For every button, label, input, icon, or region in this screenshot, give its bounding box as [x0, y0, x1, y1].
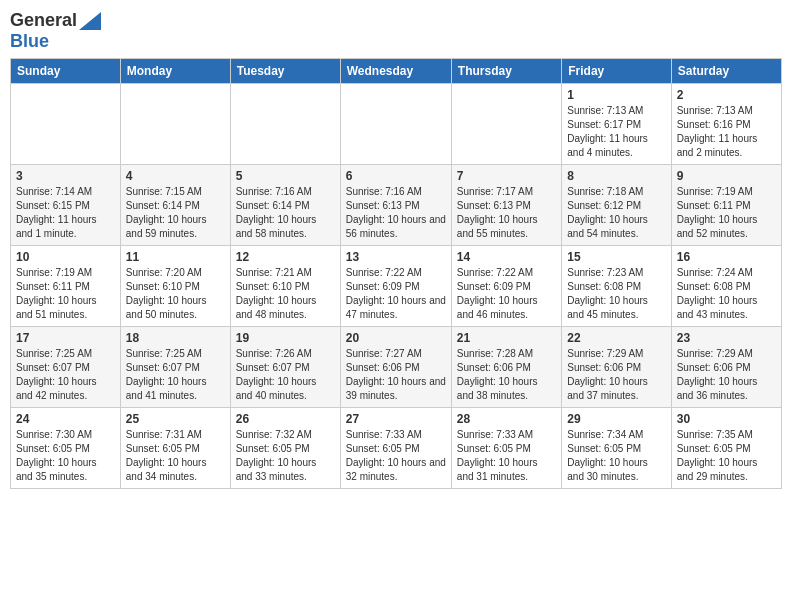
- day-number: 3: [16, 169, 115, 183]
- day-number: 26: [236, 412, 335, 426]
- calendar-week-row: 10Sunrise: 7:19 AM Sunset: 6:11 PM Dayli…: [11, 246, 782, 327]
- day-info: Sunrise: 7:25 AM Sunset: 6:07 PM Dayligh…: [126, 347, 225, 403]
- day-number: 17: [16, 331, 115, 345]
- calendar-cell: 24Sunrise: 7:30 AM Sunset: 6:05 PM Dayli…: [11, 408, 121, 489]
- logo-blue-text: Blue: [10, 31, 49, 51]
- weekday-header: Wednesday: [340, 59, 451, 84]
- calendar-cell: 5Sunrise: 7:16 AM Sunset: 6:14 PM Daylig…: [230, 165, 340, 246]
- day-info: Sunrise: 7:34 AM Sunset: 6:05 PM Dayligh…: [567, 428, 665, 484]
- day-number: 28: [457, 412, 556, 426]
- calendar-cell: 4Sunrise: 7:15 AM Sunset: 6:14 PM Daylig…: [120, 165, 230, 246]
- calendar-table: SundayMondayTuesdayWednesdayThursdayFrid…: [10, 58, 782, 489]
- weekday-header: Monday: [120, 59, 230, 84]
- day-info: Sunrise: 7:33 AM Sunset: 6:05 PM Dayligh…: [457, 428, 556, 484]
- day-number: 18: [126, 331, 225, 345]
- day-info: Sunrise: 7:22 AM Sunset: 6:09 PM Dayligh…: [457, 266, 556, 322]
- calendar-cell: [340, 84, 451, 165]
- calendar-cell: 20Sunrise: 7:27 AM Sunset: 6:06 PM Dayli…: [340, 327, 451, 408]
- calendar-cell: 3Sunrise: 7:14 AM Sunset: 6:15 PM Daylig…: [11, 165, 121, 246]
- day-number: 30: [677, 412, 776, 426]
- day-number: 22: [567, 331, 665, 345]
- day-info: Sunrise: 7:19 AM Sunset: 6:11 PM Dayligh…: [16, 266, 115, 322]
- calendar-cell: 1Sunrise: 7:13 AM Sunset: 6:17 PM Daylig…: [562, 84, 671, 165]
- calendar-cell: 12Sunrise: 7:21 AM Sunset: 6:10 PM Dayli…: [230, 246, 340, 327]
- day-number: 13: [346, 250, 446, 264]
- calendar-body: 1Sunrise: 7:13 AM Sunset: 6:17 PM Daylig…: [11, 84, 782, 489]
- calendar-cell: 8Sunrise: 7:18 AM Sunset: 6:12 PM Daylig…: [562, 165, 671, 246]
- calendar-week-row: 17Sunrise: 7:25 AM Sunset: 6:07 PM Dayli…: [11, 327, 782, 408]
- day-info: Sunrise: 7:24 AM Sunset: 6:08 PM Dayligh…: [677, 266, 776, 322]
- logo-general-text: General: [10, 10, 77, 31]
- weekday-header: Friday: [562, 59, 671, 84]
- day-number: 21: [457, 331, 556, 345]
- calendar-cell: 13Sunrise: 7:22 AM Sunset: 6:09 PM Dayli…: [340, 246, 451, 327]
- day-info: Sunrise: 7:31 AM Sunset: 6:05 PM Dayligh…: [126, 428, 225, 484]
- day-info: Sunrise: 7:29 AM Sunset: 6:06 PM Dayligh…: [677, 347, 776, 403]
- day-info: Sunrise: 7:33 AM Sunset: 6:05 PM Dayligh…: [346, 428, 446, 484]
- calendar-cell: 2Sunrise: 7:13 AM Sunset: 6:16 PM Daylig…: [671, 84, 781, 165]
- day-number: 2: [677, 88, 776, 102]
- page-header: General Blue: [10, 10, 782, 52]
- day-number: 25: [126, 412, 225, 426]
- day-number: 15: [567, 250, 665, 264]
- calendar-cell: 9Sunrise: 7:19 AM Sunset: 6:11 PM Daylig…: [671, 165, 781, 246]
- calendar-cell: [120, 84, 230, 165]
- calendar-cell: 11Sunrise: 7:20 AM Sunset: 6:10 PM Dayli…: [120, 246, 230, 327]
- day-number: 10: [16, 250, 115, 264]
- day-number: 20: [346, 331, 446, 345]
- day-info: Sunrise: 7:23 AM Sunset: 6:08 PM Dayligh…: [567, 266, 665, 322]
- calendar-cell: 18Sunrise: 7:25 AM Sunset: 6:07 PM Dayli…: [120, 327, 230, 408]
- day-number: 24: [16, 412, 115, 426]
- day-number: 9: [677, 169, 776, 183]
- calendar-cell: [230, 84, 340, 165]
- calendar-cell: 10Sunrise: 7:19 AM Sunset: 6:11 PM Dayli…: [11, 246, 121, 327]
- day-info: Sunrise: 7:17 AM Sunset: 6:13 PM Dayligh…: [457, 185, 556, 241]
- calendar-cell: 22Sunrise: 7:29 AM Sunset: 6:06 PM Dayli…: [562, 327, 671, 408]
- day-info: Sunrise: 7:29 AM Sunset: 6:06 PM Dayligh…: [567, 347, 665, 403]
- day-number: 4: [126, 169, 225, 183]
- calendar-cell: 16Sunrise: 7:24 AM Sunset: 6:08 PM Dayli…: [671, 246, 781, 327]
- day-info: Sunrise: 7:14 AM Sunset: 6:15 PM Dayligh…: [16, 185, 115, 241]
- day-number: 1: [567, 88, 665, 102]
- day-info: Sunrise: 7:16 AM Sunset: 6:13 PM Dayligh…: [346, 185, 446, 241]
- day-number: 27: [346, 412, 446, 426]
- day-info: Sunrise: 7:25 AM Sunset: 6:07 PM Dayligh…: [16, 347, 115, 403]
- day-info: Sunrise: 7:19 AM Sunset: 6:11 PM Dayligh…: [677, 185, 776, 241]
- day-number: 7: [457, 169, 556, 183]
- weekday-header: Saturday: [671, 59, 781, 84]
- weekday-header: Thursday: [451, 59, 561, 84]
- calendar-cell: 14Sunrise: 7:22 AM Sunset: 6:09 PM Dayli…: [451, 246, 561, 327]
- day-number: 19: [236, 331, 335, 345]
- calendar-cell: 23Sunrise: 7:29 AM Sunset: 6:06 PM Dayli…: [671, 327, 781, 408]
- day-info: Sunrise: 7:26 AM Sunset: 6:07 PM Dayligh…: [236, 347, 335, 403]
- calendar-cell: 26Sunrise: 7:32 AM Sunset: 6:05 PM Dayli…: [230, 408, 340, 489]
- day-number: 16: [677, 250, 776, 264]
- day-info: Sunrise: 7:27 AM Sunset: 6:06 PM Dayligh…: [346, 347, 446, 403]
- day-info: Sunrise: 7:13 AM Sunset: 6:17 PM Dayligh…: [567, 104, 665, 160]
- day-info: Sunrise: 7:13 AM Sunset: 6:16 PM Dayligh…: [677, 104, 776, 160]
- calendar-cell: 17Sunrise: 7:25 AM Sunset: 6:07 PM Dayli…: [11, 327, 121, 408]
- day-number: 23: [677, 331, 776, 345]
- day-info: Sunrise: 7:28 AM Sunset: 6:06 PM Dayligh…: [457, 347, 556, 403]
- calendar-cell: 21Sunrise: 7:28 AM Sunset: 6:06 PM Dayli…: [451, 327, 561, 408]
- calendar-week-row: 24Sunrise: 7:30 AM Sunset: 6:05 PM Dayli…: [11, 408, 782, 489]
- day-number: 11: [126, 250, 225, 264]
- day-number: 8: [567, 169, 665, 183]
- calendar-cell: 6Sunrise: 7:16 AM Sunset: 6:13 PM Daylig…: [340, 165, 451, 246]
- logo-icon: [79, 12, 101, 30]
- day-info: Sunrise: 7:15 AM Sunset: 6:14 PM Dayligh…: [126, 185, 225, 241]
- calendar-cell: [451, 84, 561, 165]
- day-info: Sunrise: 7:20 AM Sunset: 6:10 PM Dayligh…: [126, 266, 225, 322]
- logo: General Blue: [10, 10, 101, 52]
- calendar-cell: 19Sunrise: 7:26 AM Sunset: 6:07 PM Dayli…: [230, 327, 340, 408]
- calendar-cell: 28Sunrise: 7:33 AM Sunset: 6:05 PM Dayli…: [451, 408, 561, 489]
- calendar-week-row: 3Sunrise: 7:14 AM Sunset: 6:15 PM Daylig…: [11, 165, 782, 246]
- day-number: 14: [457, 250, 556, 264]
- header-row: SundayMondayTuesdayWednesdayThursdayFrid…: [11, 59, 782, 84]
- day-info: Sunrise: 7:18 AM Sunset: 6:12 PM Dayligh…: [567, 185, 665, 241]
- calendar-cell: 15Sunrise: 7:23 AM Sunset: 6:08 PM Dayli…: [562, 246, 671, 327]
- calendar-cell: 30Sunrise: 7:35 AM Sunset: 6:05 PM Dayli…: [671, 408, 781, 489]
- weekday-header: Tuesday: [230, 59, 340, 84]
- calendar-header: SundayMondayTuesdayWednesdayThursdayFrid…: [11, 59, 782, 84]
- day-info: Sunrise: 7:22 AM Sunset: 6:09 PM Dayligh…: [346, 266, 446, 322]
